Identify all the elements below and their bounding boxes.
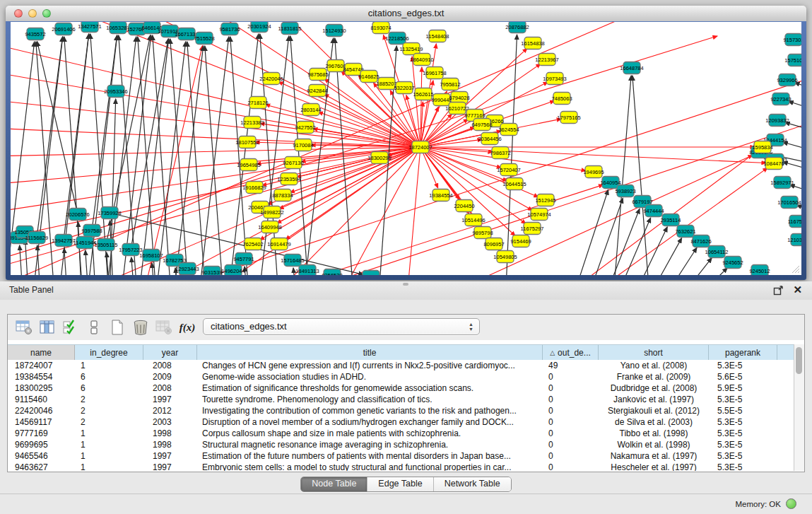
graph-node[interactable]: 16154838 — [521, 37, 544, 49]
graph-node[interactable]: 10644515 — [502, 178, 526, 190]
table-row[interactable]: 911546021997Tourette syndrome. Phenomeno… — [8, 394, 794, 405]
graph-node[interactable]: 9457791 — [233, 253, 254, 265]
graph-node[interactable]: 18300295 — [367, 152, 391, 164]
graph-node[interactable]: 6497568 — [471, 119, 492, 131]
graph-node[interactable]: 15892971 — [770, 177, 794, 189]
column-header-year[interactable]: year — [143, 345, 197, 360]
graph-node[interactable]: 5322037 — [394, 82, 414, 94]
graph-node[interactable]: 17016504 — [777, 197, 801, 209]
splitter-handle[interactable] — [403, 283, 408, 286]
graph-node[interactable]: 13942757 — [52, 235, 75, 247]
graph-node[interactable]: 9154469 — [510, 235, 531, 247]
graph-node[interactable]: 8193074 — [370, 22, 391, 34]
table-row[interactable]: 1872400712008Changes of HCN gene express… — [8, 360, 794, 371]
graph-node[interactable]: 11156829 — [25, 232, 48, 244]
graph-node[interactable]: 7485063 — [551, 93, 572, 105]
graph-node[interactable]: 9875685 — [307, 69, 328, 81]
graph-node[interactable]: 9245012 — [749, 265, 770, 276]
graph-node[interactable]: 18107552 — [235, 136, 259, 148]
table-row[interactable]: 2242004622012Investigating the contribut… — [8, 405, 794, 416]
column-header-in_degree[interactable]: in_degree — [75, 345, 143, 360]
graph-node[interactable]: 1949695 — [583, 166, 604, 178]
graph-node[interactable]: 19166829 — [242, 182, 266, 194]
new-table-button[interactable] — [107, 317, 128, 337]
graph-node[interactable]: 8878334 — [272, 189, 293, 201]
graph-node[interactable]: 9474444 — [643, 205, 664, 217]
column-header-out_de[interactable]: △out_de... — [543, 345, 599, 360]
graph-node[interactable]: 12213967 — [535, 54, 558, 66]
table-row[interactable]: 1456911722003Disruption of a novel membe… — [8, 416, 794, 428]
graph-node[interactable]: 2204450 — [454, 200, 474, 212]
graph-node[interactable]: 15720407 — [497, 164, 520, 176]
graph-node[interactable]: 8096957 — [483, 238, 504, 250]
graph-node[interactable]: 18491313 — [295, 265, 319, 276]
graph-node[interactable]: 10514496 — [461, 214, 485, 226]
graph-node[interactable]: 9435572 — [25, 28, 45, 40]
graph-node[interactable]: 14998222 — [260, 206, 283, 218]
graph-node[interactable]: 19384554 — [429, 189, 452, 201]
table-settings-button[interactable] — [13, 317, 35, 337]
graph-node[interactable]: 20206576 — [66, 209, 89, 221]
graph-node[interactable]: 1167533 — [788, 216, 801, 228]
float-panel-icon[interactable] — [773, 285, 784, 296]
graph-node[interactable]: 13505115 — [95, 239, 118, 251]
graph-node[interactable]: 9397588 — [81, 225, 102, 237]
graph-node[interactable]: 9031539 — [201, 267, 222, 276]
resize-grip-icon[interactable] — [790, 264, 800, 274]
graph-node[interactable]: 9427552 — [295, 122, 315, 134]
graph-node[interactable]: 1512945 — [535, 194, 555, 206]
graph-node[interactable]: 20876882 — [505, 22, 529, 33]
table-row[interactable]: 969969511998Structural magnetic resonanc… — [8, 439, 794, 450]
graph-node[interactable]: 5938923 — [615, 185, 635, 197]
graph-node[interactable]: 16958107 — [139, 250, 163, 262]
column-header-pagerank[interactable]: pagerank — [709, 345, 777, 360]
graph-node[interactable]: 11675297 — [521, 223, 544, 235]
tab-edge-table[interactable]: Edge Table — [367, 477, 433, 491]
graph-node[interactable]: 9242844 — [307, 85, 327, 97]
graph-node[interactable]: 11451944 — [73, 237, 97, 249]
graph-node[interactable]: 12093832 — [765, 115, 789, 127]
delete-column-button[interactable] — [153, 317, 175, 337]
citation-graph[interactable]: 1872400794355722069140613427571106532871… — [11, 22, 801, 275]
column-header-title[interactable]: title — [197, 345, 543, 360]
table-row[interactable]: 946362711997Embryonic stem cells: a mode… — [8, 462, 794, 471]
select-rows-button[interactable] — [60, 317, 81, 337]
graph-node[interactable]: 15716485 — [281, 255, 304, 267]
graph-node[interactable]: 7955812 — [440, 78, 460, 90]
graph-node[interactable]: 17359928 — [98, 207, 121, 219]
table-row[interactable]: 1830029562008Estimation of significance … — [8, 382, 794, 394]
table-row[interactable]: 946554611997Estimation of the future num… — [8, 450, 794, 462]
graph-node[interactable]: 2718126 — [247, 97, 268, 109]
graph-node[interactable]: 15751074 — [784, 54, 801, 66]
graph-node[interactable]: 14962044 — [221, 265, 245, 276]
graph-node[interactable]: 9170084 — [293, 139, 313, 151]
graph-node[interactable]: 2803144 — [300, 104, 321, 116]
graph-node[interactable]: 12923443 — [175, 263, 199, 275]
graph-node[interactable]: 15124930 — [322, 25, 346, 37]
table-row[interactable]: 977716911998Corpus callosum shape and si… — [8, 428, 794, 439]
column-header-short[interactable]: short — [599, 345, 709, 360]
graph-node[interactable]: 16409948 — [258, 221, 281, 233]
delete-table-button[interactable] — [130, 317, 151, 337]
graph-node[interactable]: 8471626 — [690, 235, 711, 247]
graph-node[interactable]: 9227343 — [770, 93, 791, 105]
graph-node[interactable]: 7632621 — [675, 226, 695, 238]
tab-node-table[interactable]: Node Table — [301, 477, 367, 491]
graph-node[interactable]: 2935114 — [661, 214, 681, 226]
graph-node[interactable]: 7625402 — [242, 238, 263, 250]
graph-node[interactable]: 9895798 — [472, 227, 493, 239]
graph-node[interactable]: 9356528 — [322, 269, 342, 276]
graph-node[interactable]: 11831815 — [278, 23, 302, 35]
close-panel-icon[interactable]: ✕ — [793, 284, 802, 296]
graph-node[interactable]: 1084476 — [763, 158, 784, 170]
column-chooser-button[interactable] — [37, 317, 58, 337]
column-header-name[interactable]: name — [8, 345, 75, 360]
graph-node[interactable]: 18724007 — [408, 141, 432, 153]
graph-node[interactable]: 12213383 — [240, 117, 264, 129]
vertical-scrollbar[interactable] — [794, 344, 804, 471]
graph-node[interactable]: 20953346 — [104, 86, 127, 98]
graph-node[interactable]: 7986372 — [490, 147, 510, 159]
graph-node[interactable]: 17975165 — [557, 112, 580, 124]
graph-node[interactable]: 1562615 — [413, 88, 433, 100]
graph-node[interactable]: 16648784 — [620, 62, 643, 74]
